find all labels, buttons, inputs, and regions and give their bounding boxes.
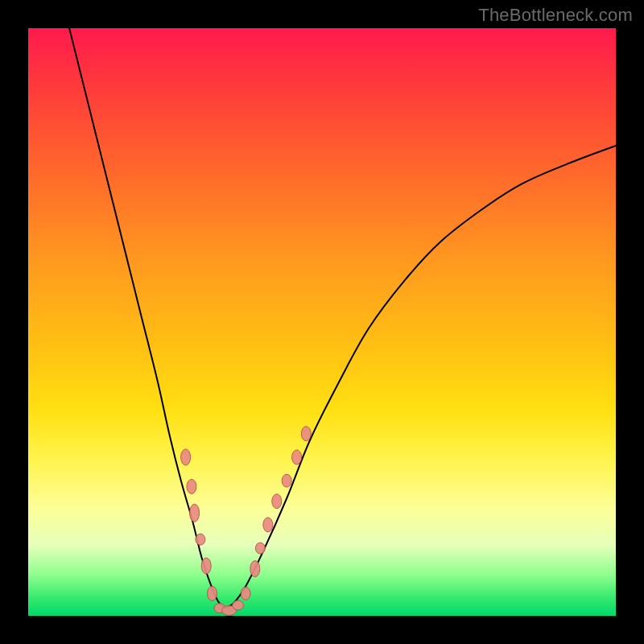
curve-marker [187,479,196,493]
curve-marker [263,518,273,532]
curve-svg [28,28,616,616]
curve-marker [282,474,291,487]
curve-right-branch [225,146,616,609]
curve-marker [255,543,265,554]
curve-marker [207,586,217,601]
marker-group [181,427,312,616]
curve-marker [250,561,260,577]
curve-marker [181,449,191,465]
curve-group [69,28,616,609]
curve-marker [201,558,211,574]
curve-marker [241,587,250,600]
plot-area [28,28,616,616]
curve-marker [301,427,311,441]
curve-marker [292,450,302,464]
curve-marker [233,601,244,610]
curve-marker [196,534,205,545]
watermark-text: TheBottleneck.com [478,5,633,26]
curve-left-branch [69,28,225,609]
curve-marker [272,494,282,509]
outer-frame: TheBottleneck.com [0,0,644,644]
curve-marker [190,504,200,522]
